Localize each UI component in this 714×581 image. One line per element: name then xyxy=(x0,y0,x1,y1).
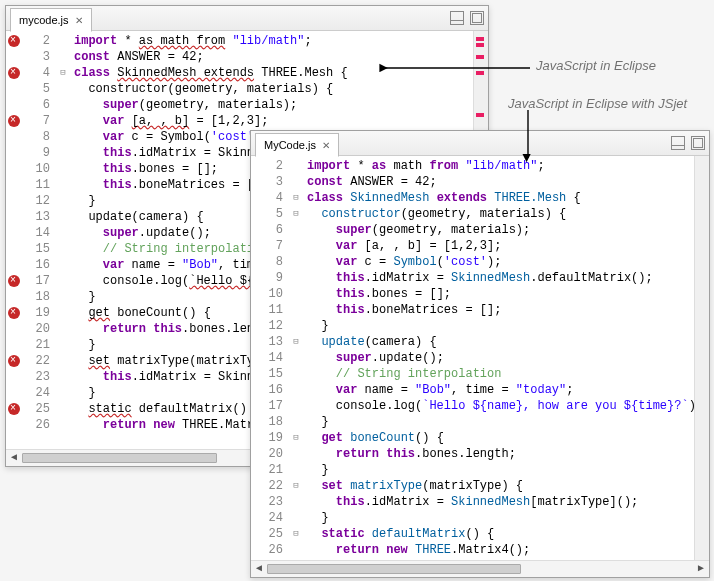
code-line[interactable]: super(geometry, materials); xyxy=(74,97,469,113)
code-line[interactable]: var name = "Bob", time = "today"; xyxy=(307,382,690,398)
tab-label: mycode.js xyxy=(19,14,69,26)
code-line[interactable]: get boneCount() { xyxy=(307,430,690,446)
code-line[interactable]: console.log(`Hello ${name}, how are you … xyxy=(307,398,690,414)
code-content[interactable]: import * as math from "lib/math";const A… xyxy=(303,156,694,560)
horizontal-scrollbar[interactable]: ◄ ► xyxy=(251,560,709,577)
line-number-gutter: 2345678910111213141516171819202122232425… xyxy=(22,31,56,449)
window-controls xyxy=(671,136,705,150)
tab-bar: mycode.js ✕ xyxy=(6,6,488,31)
code-line[interactable]: // String interpolation xyxy=(307,366,690,382)
tab-bar: MyCode.js ✕ xyxy=(251,131,709,156)
minimize-icon[interactable] xyxy=(671,136,685,150)
file-tab[interactable]: mycode.js ✕ xyxy=(10,8,92,32)
code-line[interactable]: const ANSWER = 42; xyxy=(307,174,690,190)
code-area[interactable]: 2345678910111213141516171819202122232425… xyxy=(251,156,709,560)
error-marker-icon[interactable] xyxy=(8,67,20,79)
annotation-arrow-1 xyxy=(380,60,560,80)
close-icon[interactable]: ✕ xyxy=(322,140,330,151)
code-line[interactable]: set matrixType(matrixType) { xyxy=(307,478,690,494)
code-line[interactable]: var [a, , b] = [1,2,3]; xyxy=(307,238,690,254)
line-number-gutter: 2345678910111213141516171819202122232425… xyxy=(251,156,289,560)
code-line[interactable]: return this.bones.length; xyxy=(307,446,690,462)
code-line[interactable]: class SkinnedMesh extends THREE.Mesh { xyxy=(307,190,690,206)
fold-gutter[interactable] xyxy=(56,31,70,449)
code-line[interactable]: this.bones = []; xyxy=(307,286,690,302)
minimize-icon[interactable] xyxy=(450,11,464,25)
scrollbar-thumb[interactable] xyxy=(22,453,217,463)
code-line[interactable]: update(camera) { xyxy=(307,334,690,350)
code-line[interactable]: var c = Symbol('cost'); xyxy=(307,254,690,270)
close-icon[interactable]: ✕ xyxy=(75,15,83,26)
code-line[interactable]: constructor(geometry, materials) { xyxy=(307,206,690,222)
error-marker-icon[interactable] xyxy=(8,275,20,287)
maximize-icon[interactable] xyxy=(470,11,484,25)
code-line[interactable]: this.idMatrix = SkinnedMesh.defaultMatri… xyxy=(307,270,690,286)
error-marker-icon[interactable] xyxy=(8,115,20,127)
maximize-icon[interactable] xyxy=(691,136,705,150)
annotation-arrow-2 xyxy=(508,108,548,168)
code-line[interactable]: } xyxy=(307,510,690,526)
code-line[interactable]: return new THREE.Matrix4(); xyxy=(307,542,690,558)
code-line[interactable]: } xyxy=(307,462,690,478)
scroll-right-icon[interactable]: ► xyxy=(695,562,707,574)
annotation-label-1: JavaScript in Eclipse xyxy=(536,58,656,73)
tab-label: MyCode.js xyxy=(264,139,316,151)
error-marker-icon[interactable] xyxy=(8,35,20,47)
scroll-left-icon[interactable]: ◄ xyxy=(253,562,265,574)
code-line[interactable]: var [a, , b] = [1,2,3]; xyxy=(74,113,469,129)
error-marker-icon[interactable] xyxy=(8,307,20,319)
code-line[interactable]: super.update(); xyxy=(307,350,690,366)
code-line[interactable]: static defaultMatrix() { xyxy=(307,526,690,542)
code-line[interactable]: import * as math from "lib/math"; xyxy=(307,158,690,174)
overview-ruler[interactable] xyxy=(694,156,709,560)
code-line[interactable]: this.idMatrix = SkinnedMesh[matrixType](… xyxy=(307,494,690,510)
code-line[interactable]: constructor(geometry, materials) { xyxy=(74,81,469,97)
file-tab[interactable]: MyCode.js ✕ xyxy=(255,133,339,157)
scroll-left-icon[interactable]: ◄ xyxy=(8,451,20,463)
code-line[interactable]: import * as math from "lib/math"; xyxy=(74,33,469,49)
code-line[interactable]: } xyxy=(307,414,690,430)
code-line[interactable]: super(geometry, materials); xyxy=(307,222,690,238)
editor-window-2: MyCode.js ✕ 2345678910111213141516171819… xyxy=(250,130,710,578)
annotation-label-2: JavaScript in Eclipse with JSjet xyxy=(508,96,687,111)
code-line[interactable]: this.boneMatrices = []; xyxy=(307,302,690,318)
error-gutter xyxy=(6,31,22,449)
scrollbar-thumb[interactable] xyxy=(267,564,521,574)
error-marker-icon[interactable] xyxy=(8,403,20,415)
window-controls xyxy=(450,11,484,25)
fold-gutter[interactable] xyxy=(289,156,303,560)
code-line[interactable]: } xyxy=(307,318,690,334)
error-marker-icon[interactable] xyxy=(8,355,20,367)
